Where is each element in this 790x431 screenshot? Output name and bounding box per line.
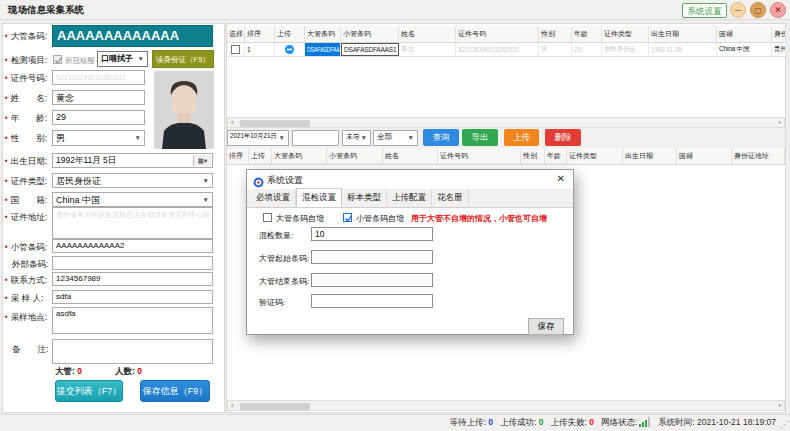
name-input[interactable]: 黄念 [52, 90, 145, 105]
column-header-11[interactable]: 国籍 [677, 148, 732, 164]
id-type-dropdown[interactable]: 居民身份证▼ [52, 173, 213, 188]
table2-hscrollbar[interactable]: ‹ › [227, 400, 785, 411]
minimize-button[interactable]: ─ [730, 2, 746, 18]
column-header-12[interactable]: 国籍 [717, 26, 772, 42]
big-tube-count-label: 大管: [55, 366, 75, 376]
scroll-left-icon[interactable]: ‹ [231, 401, 234, 410]
mixed-count-input[interactable]: 10 [311, 227, 433, 241]
tab-mixed-settings[interactable]: 混检设置 [296, 188, 342, 207]
column-header-12[interactable]: 身份证地址 [732, 148, 785, 164]
big-tube-count: 0 [77, 366, 82, 376]
column-header-2[interactable]: 排序 [245, 26, 275, 42]
table1-cell-4[interactable]: DSAFASDFAAAS [305, 43, 341, 56]
column-header-7[interactable]: 性别 [521, 148, 545, 164]
resize-grip[interactable]: ⋰ [780, 420, 788, 429]
remark-textarea[interactable] [52, 339, 213, 364]
barcode-search-input[interactable] [292, 130, 339, 146]
big-barcode-input[interactable]: AAAAAAAAAAAAA [52, 25, 213, 47]
column-header-1[interactable]: 选择 [227, 26, 245, 42]
big-end-barcode-input[interactable] [311, 273, 433, 287]
table1-cell-3[interactable] [275, 43, 305, 56]
covid-test-checkbox[interactable] [53, 55, 62, 64]
big-start-barcode-input[interactable] [311, 250, 433, 264]
column-header-10[interactable]: 证件类型 [602, 26, 649, 42]
table1-hscrollbar[interactable]: ‹ › [227, 117, 785, 128]
scroll-left-icon[interactable]: ‹ [231, 118, 234, 127]
id-number-input[interactable]: 522126199211051531 [52, 70, 145, 85]
column-header-1[interactable]: 排序 [227, 148, 249, 164]
modal-save-button[interactable]: 保存 [528, 318, 564, 335]
scrollbar-thumb[interactable] [240, 120, 310, 127]
column-header-8[interactable]: 性别 [539, 26, 572, 42]
small-barcode-auto-checkbox[interactable] [343, 213, 352, 222]
big-barcode-auto-checkbox[interactable] [263, 213, 272, 222]
tab-required-settings[interactable]: 必填设置 [251, 189, 296, 207]
table1-cell-9[interactable]: 29 [572, 43, 602, 56]
export-filter-dropdown[interactable]: 未导▼ [342, 130, 371, 146]
settings-dialog-close-icon[interactable]: ✕ [557, 173, 565, 184]
external-barcode-input[interactable] [52, 256, 213, 270]
column-header-10[interactable]: 出生日期 [623, 148, 677, 164]
table1-cell-5[interactable]: DSAFASDFAAAS1 [341, 43, 399, 56]
row-select-checkbox[interactable] [231, 45, 240, 54]
read-id-card-button[interactable]: 读身份证（F5） [152, 50, 214, 68]
calendar-dropdown-icon[interactable]: ▦▾ [193, 155, 211, 166]
sample-place-textarea[interactable]: asdfa [52, 307, 213, 334]
table1-cell-8[interactable]: 男 [539, 43, 572, 56]
column-header-13[interactable]: 身份证地址 [772, 26, 786, 42]
system-settings-button[interactable]: 系统设置 [682, 3, 727, 18]
id-address-textarea[interactable]: 贵州省务川仡佬族苗族自治县都濡街道万村中心组 [52, 207, 213, 239]
date-filter-dropdown[interactable]: 2021年10月21日▼ [227, 130, 289, 146]
column-header-5[interactable]: 姓名 [383, 148, 438, 164]
column-header-7[interactable]: 证件号码 [456, 26, 539, 42]
settings-dialog-title: 系统设置 [267, 174, 303, 187]
table1-cell-11[interactable]: 1992-11-05 [649, 43, 717, 56]
contact-input[interactable]: 1234567989 [52, 272, 213, 286]
table1-cell-1[interactable] [227, 43, 245, 56]
birth-date-input[interactable]: 1992年11月 5日 ▦▾ [52, 153, 213, 168]
column-header-9[interactable]: 证件类型 [567, 148, 623, 164]
export-button[interactable]: 导出 [462, 129, 498, 146]
submit-list-button[interactable]: 提交列表（F7） [55, 380, 123, 402]
small-barcode-input[interactable]: AAAAAAAAAAAA2 [52, 239, 213, 253]
upload-button[interactable]: 上传 [504, 129, 539, 146]
scrollbar-thumb[interactable] [240, 403, 310, 410]
close-button[interactable]: ✕ [770, 2, 786, 18]
table1-cell-12[interactable]: China 中国 [717, 43, 772, 56]
column-header-4[interactable]: 大管条码 [305, 26, 341, 42]
tab-roster[interactable]: 花名册 [432, 189, 469, 207]
captcha-input[interactable] [311, 294, 433, 308]
id-address-label: 证件地址: [11, 212, 47, 222]
table1-cell-2[interactable]: 1 [245, 43, 275, 56]
column-header-9[interactable]: 年龄 [572, 26, 602, 42]
column-header-3[interactable]: 上传 [275, 26, 305, 42]
query-button[interactable]: 查询 [423, 129, 459, 146]
scroll-right-icon[interactable]: › [778, 401, 781, 410]
delete-button[interactable]: 删除 [545, 129, 581, 146]
table1-cell-6[interactable]: 黄念 [399, 43, 456, 56]
maximize-button[interactable]: ▢ [750, 2, 766, 18]
scroll-right-icon[interactable]: › [778, 118, 781, 127]
swab-type-dropdown[interactable]: 口咽拭子▼ [97, 51, 148, 67]
column-header-6[interactable]: 证件号码 [438, 148, 521, 164]
tab-upload-config[interactable]: 上传配置 [387, 189, 432, 207]
tab-specimen-type[interactable]: 标本类型 [342, 189, 387, 207]
column-header-2[interactable]: 上传 [249, 148, 272, 164]
sampler-input[interactable]: sdfa [52, 290, 213, 304]
table1-cell-7[interactable]: 522126199211051531 [456, 43, 539, 56]
table1-cell-10[interactable]: 居民身份证 [602, 43, 649, 56]
table1-row[interactable]: 1DSAFASDFAAASDSAFASDFAAAS1黄念522126199211… [227, 43, 785, 57]
column-header-6[interactable]: 姓名 [399, 26, 456, 42]
column-header-5[interactable]: 小管条码 [341, 26, 399, 42]
nationality-dropdown[interactable]: China 中国▼ [52, 192, 213, 207]
gender-dropdown[interactable]: 男▼ [52, 130, 145, 146]
pending-upload-count: 0 [488, 417, 493, 427]
all-filter-dropdown[interactable]: 全部▼ [373, 130, 418, 146]
age-input[interactable]: 29 [52, 110, 145, 125]
table1-cell-13[interactable]: 贵州省务川 [772, 43, 786, 56]
save-info-button[interactable]: 保存信息（F9） [140, 380, 210, 402]
column-header-3[interactable]: 大管条码 [272, 148, 327, 164]
column-header-11[interactable]: 出生日期 [649, 26, 717, 42]
column-header-4[interactable]: 小管条码 [327, 148, 383, 164]
column-header-8[interactable]: 年龄 [545, 148, 567, 164]
